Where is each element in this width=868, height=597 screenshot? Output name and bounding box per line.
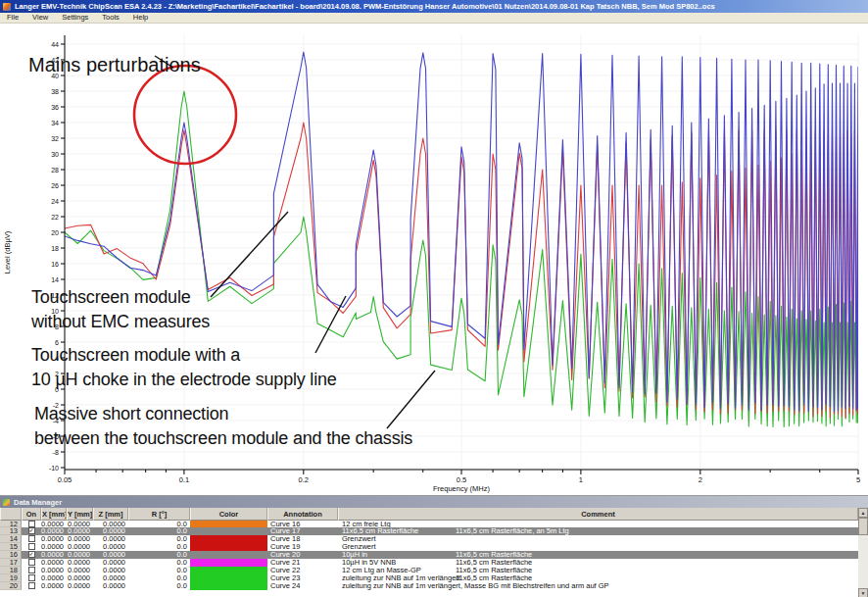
on-cell bbox=[22, 559, 41, 567]
r-value: 0.0 bbox=[128, 521, 190, 527]
annotation-cell: Curve 19 bbox=[267, 543, 338, 551]
table-row[interactable]: 16✓0.00000.00000.00000.0Curve 2010µH in1… bbox=[0, 551, 858, 559]
title-bar: Langer EMV-Technik ChipScan ESA 2.4.23 -… bbox=[0, 0, 868, 13]
x-value: 0.0000 bbox=[41, 567, 67, 574]
row-number: 19 bbox=[0, 574, 22, 582]
y-tick-label: 16 bbox=[51, 261, 59, 268]
color-swatch[interactable] bbox=[190, 559, 267, 567]
comment-cell: 12 cm Ltg an Masse-GP11x6,5 cm Rasterflä… bbox=[338, 567, 858, 574]
on-cell: ✓ bbox=[22, 551, 41, 559]
on-checkbox[interactable] bbox=[28, 574, 35, 581]
color-swatch[interactable] bbox=[190, 551, 267, 559]
on-checkbox[interactable]: ✓ bbox=[28, 551, 35, 558]
y-value: 0.0000 bbox=[67, 543, 93, 551]
comment-cell: 10µH in 5V NNB11x6,5 cm Rasterfläche bbox=[338, 559, 858, 567]
menu-item-help[interactable]: Help bbox=[126, 13, 155, 23]
data-manager-title: Data Manager bbox=[14, 498, 62, 507]
on-cell bbox=[22, 567, 41, 574]
row-number: 13 bbox=[0, 527, 22, 535]
y-tick-label: 30 bbox=[51, 151, 59, 158]
menu-item-view[interactable]: View bbox=[25, 13, 55, 23]
color-swatch[interactable] bbox=[190, 574, 267, 582]
column-header-y-mm-[interactable]: Y [mm] bbox=[67, 508, 93, 521]
menu-bar: FileViewSettingsToolsHelp bbox=[0, 13, 868, 24]
menu-item-tools[interactable]: Tools bbox=[95, 13, 126, 23]
x-value: 0.0000 bbox=[41, 521, 67, 527]
scrollbar-down-button[interactable]: ▼ bbox=[858, 588, 868, 597]
x-tick-label: 1 bbox=[579, 475, 583, 484]
table-row[interactable]: 180.00000.00000.00000.0Curve 2212 cm Ltg… bbox=[0, 567, 858, 574]
table-row[interactable]: 120.00000.00000.00000.0Curve 1612 cm fre… bbox=[0, 521, 858, 527]
y-tick-label: 22 bbox=[51, 214, 59, 221]
on-cell bbox=[22, 582, 41, 590]
data-manager-title-bar: Data Manager bbox=[0, 496, 868, 508]
column-header-color[interactable]: Color bbox=[190, 508, 267, 521]
vertical-scrollbar[interactable]: ▲ ▼ bbox=[858, 508, 868, 597]
table-row[interactable]: 140.00000.00000.00000.0Curve 18Grenzwert bbox=[0, 535, 858, 543]
y-tick-label: 24 bbox=[51, 198, 59, 205]
y-tick-label: 44 bbox=[51, 41, 59, 48]
scrollbar-thumb[interactable] bbox=[858, 518, 868, 535]
chart-panel: -10-8-6-4-202468101214161820222426283032… bbox=[0, 24, 868, 495]
menu-item-settings[interactable]: Settings bbox=[55, 13, 95, 23]
annotation-line: Massive short connection bbox=[34, 402, 412, 426]
y-value: 0.0000 bbox=[67, 521, 93, 527]
y-tick-label: 28 bbox=[51, 167, 59, 174]
y-tick-label: 18 bbox=[51, 245, 59, 252]
comment-text-2: 11x6,5 cm Rasterfläche bbox=[456, 559, 532, 567]
column-header-on[interactable]: On bbox=[22, 508, 41, 521]
on-cell bbox=[22, 521, 41, 527]
column-header-z-mm-[interactable]: Z [mm] bbox=[93, 508, 128, 521]
annotation-label-2: Touchscreen module with a10 µH choke in … bbox=[31, 343, 337, 392]
on-checkbox[interactable] bbox=[28, 535, 35, 542]
x-value: 0.0000 bbox=[41, 574, 67, 582]
column-header-row-number[interactable] bbox=[0, 508, 22, 521]
table-row[interactable]: 13✓0.00000.00000.00000.0Curve 1711x6,5 c… bbox=[0, 527, 858, 535]
annotation-cell: Curve 22 bbox=[267, 567, 338, 574]
color-swatch[interactable] bbox=[190, 582, 267, 590]
color-swatch[interactable] bbox=[190, 567, 267, 574]
on-checkbox[interactable] bbox=[28, 521, 35, 527]
table-row[interactable]: 200.00000.00000.00000.0Curve 24zuleitung… bbox=[0, 582, 858, 590]
comment-cell: Grenzwert bbox=[338, 535, 858, 543]
on-cell bbox=[22, 535, 41, 543]
x-value: 0.0000 bbox=[41, 559, 67, 567]
scrollbar-up-button[interactable]: ▲ bbox=[858, 508, 868, 518]
column-header-x-mm-[interactable]: X [mm] bbox=[41, 508, 67, 521]
annotation-cell: Curve 17 bbox=[267, 527, 338, 535]
z-value: 0.0000 bbox=[93, 543, 128, 551]
color-swatch[interactable] bbox=[190, 543, 267, 551]
on-checkbox[interactable] bbox=[28, 543, 35, 550]
r-value: 0.0 bbox=[128, 559, 190, 567]
color-swatch[interactable] bbox=[190, 527, 267, 535]
annotation-label-1: Touchscreen modulewithout EMC measures bbox=[31, 285, 210, 334]
column-header-comment[interactable]: Comment bbox=[338, 508, 858, 521]
annotation-cell: Curve 24 bbox=[267, 582, 338, 590]
annotation-cell: Curve 20 bbox=[267, 551, 338, 559]
table-row[interactable]: 190.00000.00000.00000.0Curve 23zuleitung… bbox=[0, 574, 858, 582]
comment-text-2: 11x6,5 cm Rasterfläche bbox=[456, 567, 532, 574]
z-value: 0.0000 bbox=[93, 567, 128, 574]
on-checkbox[interactable] bbox=[28, 582, 35, 589]
r-value: 0.0 bbox=[128, 582, 190, 590]
on-checkbox[interactable] bbox=[28, 567, 35, 573]
data-manager-icon bbox=[3, 499, 10, 506]
color-swatch[interactable] bbox=[190, 535, 267, 543]
on-checkbox[interactable] bbox=[28, 559, 35, 566]
annotation-line: Touchscreen module bbox=[31, 285, 210, 310]
x-tick-label: 0.5 bbox=[457, 475, 466, 484]
comment-text: 12 cm Ltg an Masse-GP bbox=[342, 567, 421, 574]
column-header-annotation[interactable]: Annotation bbox=[267, 508, 338, 521]
on-checkbox[interactable]: ✓ bbox=[28, 527, 35, 534]
row-number: 20 bbox=[0, 582, 22, 590]
data-manager-window: Data Manager OnX [mm]Y [mm]Z [mm]R [°]Co… bbox=[0, 495, 868, 597]
table-row[interactable]: 170.00000.00000.00000.0Curve 2110µH in 5… bbox=[0, 559, 858, 567]
color-swatch[interactable] bbox=[190, 521, 267, 527]
menu-item-file[interactable]: File bbox=[0, 13, 25, 23]
comment-text-2: 11x6,5 cm Rasterfläche bbox=[456, 551, 532, 559]
y-tick-label: 38 bbox=[51, 88, 59, 95]
z-value: 0.0000 bbox=[93, 582, 128, 590]
column-header-r-[interactable]: R [°] bbox=[128, 508, 190, 521]
table-row[interactable]: 150.00000.00000.00000.0Curve 19Grenzwert bbox=[0, 543, 858, 551]
comment-cell: zuleitung zur NNB auf 1m verlängert11x6,… bbox=[338, 574, 858, 582]
